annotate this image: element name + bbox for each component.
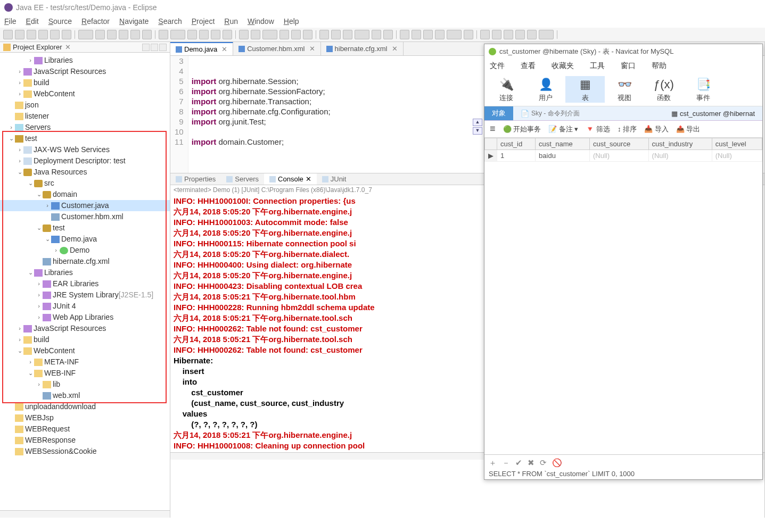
toolbar-button[interactable] [464, 30, 473, 39]
twisty-icon[interactable]: › [35, 289, 43, 301]
column-header[interactable]: cust_industry [648, 138, 712, 150]
tree-item[interactable]: ›build [0, 77, 170, 88]
focus-icon[interactable] [151, 44, 158, 51]
console-tab-junit[interactable]: JUnit [317, 173, 352, 185]
tree-item[interactable]: ⌄src [0, 178, 170, 189]
twisty-icon[interactable]: › [35, 312, 43, 323]
menu-source[interactable]: Source [48, 17, 72, 26]
nv-menu-item[interactable]: 窗口 [621, 61, 636, 71]
tree-item[interactable]: ›JavaScript Resources [0, 323, 170, 334]
menu-search[interactable]: Search [158, 17, 182, 26]
tree-item[interactable]: ›Servers [0, 122, 170, 133]
toolbar-button[interactable] [423, 30, 433, 39]
tree-item[interactable]: ⌄test [0, 222, 170, 234]
twisty-icon[interactable]: ⌄ [35, 189, 43, 200]
twisty-icon[interactable]: › [7, 122, 15, 133]
commit-icon[interactable]: ✔ [515, 458, 522, 468]
toolbar-button[interactable] [159, 30, 168, 39]
subtab-objects[interactable]: 对象 [484, 106, 513, 120]
twisty-icon[interactable]: ⌄ [27, 368, 34, 379]
close-icon[interactable]: ✕ [306, 175, 311, 183]
toolbar-button[interactable] [199, 30, 209, 39]
editor-tab[interactable]: Customer.hbm.xml✕ [233, 42, 320, 55]
toolbar-button[interactable] [480, 30, 490, 39]
toolbar-button[interactable] [262, 30, 277, 39]
toolbar-button[interactable] [223, 30, 232, 39]
toolbar-button[interactable] [38, 30, 48, 39]
toolbar-button[interactable] [62, 30, 71, 39]
twisty-icon[interactable]: ⌄ [44, 234, 51, 245]
toolbar-button[interactable] [50, 30, 60, 39]
twisty-icon[interactable]: › [16, 88, 23, 99]
remove-row-icon[interactable]: － [502, 458, 510, 468]
cell[interactable]: 1 [497, 150, 536, 162]
refresh-icon[interactable]: ⟳ [540, 458, 547, 468]
twisty-icon[interactable]: › [16, 155, 23, 167]
toolbar-button[interactable] [412, 30, 421, 39]
navicat-window[interactable]: ▲ ▼ cst_customer @hibernate (Sky) - 表 - … [484, 44, 763, 480]
toolbar-button[interactable] [447, 30, 462, 39]
navicat-data-grid[interactable]: cust_idcust_namecust_sourcecust_industry… [484, 138, 762, 454]
close-icon[interactable]: ✕ [221, 45, 227, 53]
tree-item[interactable]: ›JavaScript Resources [0, 66, 170, 77]
twisty-icon[interactable]: › [16, 144, 23, 155]
sort-button[interactable]: ↕ 排序 [618, 124, 637, 134]
tree-item[interactable]: Customer.hbm.xml [0, 211, 170, 222]
menu-run[interactable]: Run [224, 17, 238, 26]
nv-toolbar-用户[interactable]: 👤用户 [526, 76, 565, 103]
toolbar-button[interactable] [515, 30, 525, 39]
tree-item[interactable]: ›Customer.java [0, 200, 170, 211]
tree-item[interactable]: ›JRE System Library [J2SE-1.5] [0, 289, 170, 301]
sky-cmd-input[interactable] [531, 110, 579, 117]
tree-item[interactable]: ›JAX-WS Web Services [0, 144, 170, 155]
menu-project[interactable]: Project [192, 17, 215, 26]
tree-item[interactable]: ⌄Demo.java [0, 234, 170, 245]
twisty-icon[interactable]: › [52, 245, 60, 256]
tree-item[interactable]: ›Web App Libraries [0, 312, 170, 323]
nv-menu-item[interactable]: 查看 [521, 61, 536, 71]
view-menu-icon[interactable] [159, 44, 167, 51]
console-tab-properties[interactable]: Properties [170, 173, 221, 185]
tree-item[interactable]: ›build [0, 334, 170, 345]
toolbar-button[interactable] [319, 30, 329, 39]
toolbar-button[interactable] [95, 30, 105, 39]
tree-item[interactable]: ›Deployment Descriptor: test [0, 155, 170, 167]
toolbar-button[interactable] [343, 30, 352, 39]
toolbar-button[interactable] [504, 30, 513, 39]
twisty-icon[interactable]: › [35, 301, 43, 312]
toolbar-button[interactable] [211, 30, 220, 39]
toolbar-button[interactable] [492, 30, 501, 39]
toolbar-button[interactable] [251, 30, 260, 39]
tree-item[interactable]: hibernate.cfg.xml [0, 256, 170, 267]
note-button[interactable]: 📝 备注 ▾ [548, 124, 578, 134]
menu-file[interactable]: File [4, 17, 17, 26]
twisty-icon[interactable]: › [35, 278, 43, 289]
twisty-icon[interactable]: ⌄ [16, 345, 23, 356]
cell[interactable]: (Null) [648, 150, 712, 162]
nv-toolbar-函数[interactable]: ƒ(x)函数 [644, 76, 684, 103]
twisty-icon[interactable]: ⌄ [16, 167, 23, 178]
nv-menu-item[interactable]: 帮助 [652, 61, 667, 71]
export-button[interactable]: 📤 导出 [676, 124, 701, 134]
tree-item[interactable]: WEBRequest [0, 423, 170, 435]
toolbar-button[interactable] [239, 30, 249, 39]
toolbar-button[interactable] [291, 30, 301, 39]
import-button[interactable]: 📥 导入 [644, 124, 669, 134]
begin-transaction-button[interactable]: 🟢 开始事务 [503, 124, 541, 134]
toolbar-button[interactable] [187, 30, 197, 39]
project-explorer-tab[interactable]: Project Explorer ✕ [0, 42, 170, 53]
link-editor-icon[interactable] [142, 44, 150, 51]
editor-tab[interactable]: hibernate.cfg.xml✕ [321, 42, 404, 55]
twisty-icon[interactable]: ⌄ [27, 178, 34, 189]
twisty-icon[interactable]: › [27, 356, 34, 368]
nv-menu-item[interactable]: 收藏夹 [552, 61, 574, 71]
twisty-icon[interactable]: › [35, 379, 43, 390]
toolbar-button[interactable] [355, 30, 369, 39]
subtab-sky[interactable]: 📄 [513, 106, 587, 120]
cancel-icon[interactable]: ✖ [528, 458, 534, 468]
console-tab-console[interactable]: Console ✕ [264, 173, 317, 185]
nv-menu-item[interactable]: 文件 [490, 61, 505, 71]
nv-toolbar-连接[interactable]: 🔌连接 [487, 76, 526, 103]
console-tab-servers[interactable]: Servers [221, 173, 264, 185]
tree-item[interactable]: ⌄WEB-INF [0, 368, 170, 379]
